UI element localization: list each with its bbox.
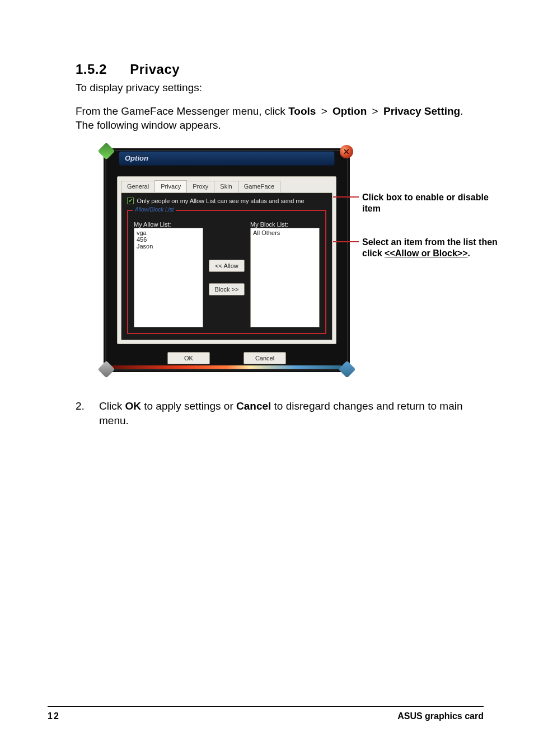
allow-listbox[interactable]: vga 456 Jason: [134, 228, 203, 327]
option-window: Option General Privacy Proxy Skin GameFa…: [104, 148, 350, 372]
product-name: ASUS graphics card: [397, 711, 484, 721]
menu-privacy-setting: Privacy Setting: [383, 105, 460, 117]
list-item[interactable]: All Others: [253, 229, 317, 236]
callout-checkbox: Click box to enable or disable item: [350, 192, 495, 214]
section-title: Privacy: [130, 62, 180, 77]
allow-list-label: My Allow List:: [134, 221, 203, 228]
callout-buttons: Select an item from the list then click …: [350, 237, 507, 259]
menu-option: Option: [332, 105, 367, 117]
section-number: 1.5.2: [76, 62, 126, 77]
menu-tools: Tools: [288, 105, 316, 117]
dialog-body: General Privacy Proxy Skin GameFace ✔ On…: [117, 176, 336, 344]
callout-link-text: <<Allow or Block>>: [385, 248, 468, 258]
sep: >: [319, 105, 330, 117]
block-list-label: My Block List:: [250, 221, 320, 228]
cancel-button[interactable]: Cancel: [243, 352, 286, 364]
allow-button[interactable]: << Allow: [209, 260, 245, 272]
list-item[interactable]: 456: [137, 236, 200, 243]
window-frame: Option General Privacy Proxy Skin GameFa…: [104, 148, 350, 372]
step-2: 2. Click OK to apply settings or Cancel …: [76, 399, 484, 428]
block-listbox[interactable]: All Others: [250, 228, 320, 327]
intro-text: To display privacy settings:: [76, 81, 484, 95]
privacy-panel: ✔ Only people on my Allow List can see m…: [121, 192, 332, 340]
list-item[interactable]: vga: [137, 229, 200, 236]
tab-privacy[interactable]: Privacy: [154, 180, 187, 192]
callout-text: .: [468, 248, 470, 258]
ok-label: OK: [125, 400, 141, 412]
tab-proxy[interactable]: Proxy: [186, 181, 214, 192]
tab-general[interactable]: General: [121, 181, 155, 192]
page-number: 12: [48, 711, 60, 721]
allowlist-checkbox[interactable]: ✔: [127, 198, 134, 204]
instruction-text: From the GameFace Messenger menu, click …: [76, 104, 484, 133]
group-legend: Allow/Block List: [133, 206, 176, 213]
step-text: to apply settings or: [141, 400, 236, 412]
cancel-label: Cancel: [236, 400, 271, 412]
window-title: Option: [125, 154, 148, 162]
ok-button[interactable]: OK: [167, 352, 210, 364]
tab-skin[interactable]: Skin: [214, 181, 238, 192]
tab-gameface[interactable]: GameFace: [238, 181, 280, 192]
page-footer: 12 ASUS graphics card: [48, 706, 484, 721]
sep: >: [370, 105, 381, 117]
instr-pre: From the GameFace Messenger menu, click: [76, 105, 288, 117]
close-icon[interactable]: ✕: [340, 145, 353, 158]
tab-bar: General Privacy Proxy Skin GameFace: [118, 177, 336, 192]
allow-block-group: Allow/Block List My Allow List: My Block…: [127, 210, 326, 334]
section-heading: 1.5.2 Privacy: [76, 62, 484, 77]
step-number: 2.: [76, 399, 87, 428]
block-button[interactable]: Block >>: [209, 283, 245, 295]
callout-text: Click box to enable or disable item: [362, 192, 495, 214]
list-item[interactable]: Jason: [137, 243, 200, 250]
step-text: Click: [99, 400, 125, 412]
titlebar: Option: [119, 151, 335, 166]
frame-bottom-strip: [111, 365, 342, 369]
